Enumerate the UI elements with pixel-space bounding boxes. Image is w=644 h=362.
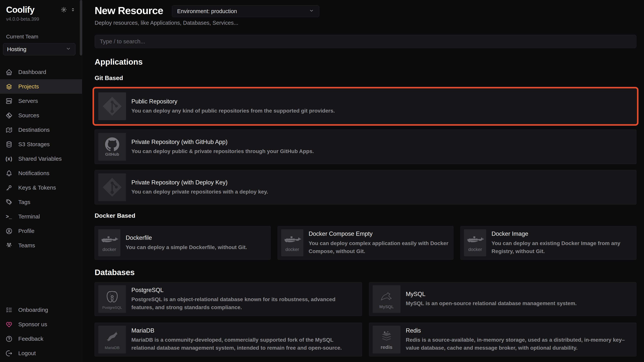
- sidebar-item-label: Keys & Tokens: [18, 184, 56, 191]
- mysql-wordmark: MySQL: [379, 305, 394, 309]
- sidebar-item-onboarding[interactable]: Onboarding: [0, 303, 82, 317]
- sidebar-item-label: Tags: [18, 199, 30, 205]
- sidebar-item-notifications[interactable]: Notifications: [0, 166, 82, 181]
- subsection-title-docker-based: Docker Based: [95, 212, 636, 219]
- page-title: New Resource: [95, 5, 163, 16]
- sidebar-item-terminal[interactable]: >_ Terminal: [0, 209, 82, 224]
- card-postgresql[interactable]: PostgreSQL PostgreSQL PostgreSQL is an o…: [95, 282, 362, 316]
- sun-icon: [60, 6, 67, 13]
- card-description: You can deploy complex application easil…: [309, 239, 449, 255]
- sidebar-header: Coolify: [0, 0, 82, 55]
- sidebar-item-label: Shared Variables: [18, 156, 62, 162]
- sidebar-item-logout[interactable]: Logout: [0, 346, 82, 361]
- card-title: MySQL: [406, 291, 576, 298]
- database-cards: PostgreSQL PostgreSQL PostgreSQL is an o…: [95, 282, 636, 357]
- app-version: v4.0.0-beta.399: [3, 16, 76, 22]
- redis-logo: redis: [373, 326, 400, 354]
- docker-logo: docker: [98, 229, 120, 256]
- card-dockerfile[interactable]: docker Dockerfile You can deploy a simpl…: [95, 226, 270, 260]
- environment-select[interactable]: Environment: production: [172, 5, 319, 17]
- card-description: You can deploy any kind of public reposi…: [132, 107, 335, 115]
- card-title: Docker Compose Empty: [309, 230, 449, 237]
- card-redis[interactable]: redis Redis Redis is a source-available,…: [369, 323, 636, 357]
- sidebar-item-label: Onboarding: [18, 307, 48, 313]
- sidebar-item-s3-storages[interactable]: S3 Storages: [0, 137, 82, 152]
- card-public-repository[interactable]: Public Repository You can deploy any kin…: [95, 89, 636, 124]
- sidebar-item-sources[interactable]: Sources: [0, 108, 82, 123]
- card-title: Docker Image: [492, 230, 632, 237]
- sidebar-collapse-button[interactable]: [70, 7, 76, 12]
- mysql-logo: MySQL: [373, 285, 400, 313]
- git-diamond-icon: [5, 112, 12, 119]
- section-title-applications: Applications: [95, 58, 636, 66]
- sidebar-item-label: Projects: [18, 83, 39, 90]
- database-icon: [5, 141, 12, 148]
- sidebar-item-destinations[interactable]: Destinations: [0, 123, 82, 137]
- heart-hands-icon: [5, 321, 12, 328]
- sidebar-item-servers[interactable]: Servers: [0, 94, 82, 108]
- main-content: New Resource Environment: production Dep…: [82, 0, 644, 362]
- section-title-databases: Databases: [95, 268, 636, 277]
- card-description: You can deploy a simple Dockerfile, with…: [126, 243, 247, 251]
- search-input[interactable]: [95, 35, 636, 48]
- sidebar-item-label: Dashboard: [18, 69, 46, 75]
- card-description: MariaDB is a community-developed, commer…: [132, 336, 357, 352]
- sidebar-item-keys-tokens[interactable]: Keys & Tokens: [0, 181, 82, 195]
- sidebar-item-tags[interactable]: Tags: [0, 195, 82, 209]
- sidebar-item-label: Notifications: [18, 170, 49, 177]
- help-circle-icon: [5, 335, 12, 343]
- layers-icon: [5, 83, 12, 90]
- logout-icon: [5, 350, 12, 357]
- tags-icon: [5, 198, 12, 206]
- card-title: MariaDB: [132, 327, 357, 334]
- docker-wordmark: docker: [102, 247, 116, 252]
- card-docker-compose-empty[interactable]: docker Docker Compose Empty You can depl…: [278, 226, 454, 260]
- sidebar-item-profile[interactable]: Profile: [0, 224, 82, 238]
- subsection-title-git-based: Git Based: [95, 75, 636, 81]
- sidebar-item-teams[interactable]: Teams: [0, 238, 82, 253]
- sidebar-item-label: Terminal: [18, 213, 40, 220]
- card-docker-image[interactable]: docker Docker Image You can deploy an ex…: [460, 226, 636, 260]
- sidebar-item-sponsor[interactable]: Sponsor us: [0, 317, 82, 332]
- sidebar-item-dashboard[interactable]: Dashboard: [0, 65, 82, 79]
- sidebar-menu: Dashboard Projects Servers Sources Desti…: [0, 65, 82, 253]
- card-description: PostgreSQL is an object-relational datab…: [132, 295, 357, 311]
- user-circle-icon: [5, 227, 12, 235]
- card-description: You can deploy private repositories with…: [132, 188, 268, 196]
- variables-icon: (x): [5, 155, 12, 162]
- card-mysql[interactable]: MySQL MySQL MySQL is an open-source rela…: [369, 282, 636, 316]
- sidebar-item-projects[interactable]: Projects: [0, 79, 82, 94]
- team-select[interactable]: Hosting: [3, 43, 76, 55]
- sidebar-item-feedback[interactable]: Feedback: [0, 332, 82, 346]
- sidebar: Coolify: [0, 0, 82, 362]
- redis-wordmark: redis: [381, 345, 392, 350]
- sidebar-footer-menu: Onboarding Sponsor us Feedback Logout: [0, 303, 82, 362]
- page-subtitle: Deploy resources, like Applications, Dat…: [95, 20, 636, 26]
- card-private-repository-deploy-key[interactable]: Private Repository (with Deploy Key) You…: [95, 170, 636, 204]
- team-select-value: Hosting: [7, 46, 26, 52]
- current-team-label: Current Team: [3, 34, 76, 40]
- git-logo: [98, 174, 126, 201]
- sidebar-item-shared-variables[interactable]: (x) Shared Variables: [0, 152, 82, 166]
- card-private-repository-github-app[interactable]: GitHub Private Repository (with GitHub A…: [95, 130, 636, 164]
- github-wordmark: GitHub: [105, 152, 119, 157]
- sidebar-item-label: Profile: [18, 228, 34, 234]
- chevron-down-icon: [66, 46, 71, 53]
- map-icon: [5, 126, 12, 134]
- sidebar-item-label: Logout: [18, 350, 36, 357]
- card-title: Public Repository: [132, 98, 335, 105]
- mariadb-logo: MariaDB: [98, 326, 126, 354]
- docker-based-cards: docker Dockerfile You can deploy a simpl…: [95, 226, 636, 260]
- card-description: MySQL is an open-source relational datab…: [406, 299, 576, 307]
- card-title: Private Repository (with GitHub App): [132, 138, 314, 146]
- page-header: New Resource Environment: production: [95, 0, 636, 17]
- docker-logo: docker: [281, 229, 303, 256]
- card-mariadb[interactable]: MariaDB MariaDB MariaDB is a community-d…: [95, 323, 362, 357]
- theme-toggle-button[interactable]: [60, 6, 67, 13]
- app-logo: Coolify: [6, 4, 34, 15]
- github-logo: GitHub: [98, 133, 126, 161]
- card-description: You can deploy an existing Docker Image …: [492, 239, 632, 255]
- chevron-up-down-icon: [70, 7, 76, 12]
- sidebar-item-label: Servers: [18, 98, 38, 104]
- mariadb-wordmark: MariaDB: [105, 346, 120, 350]
